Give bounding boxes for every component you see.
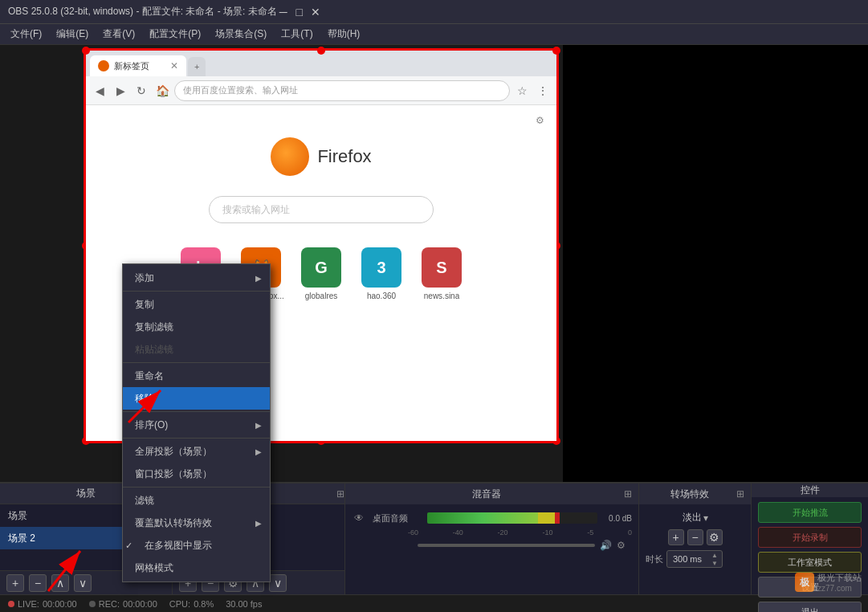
ctx-paste-filter-label: 粘贴滤镜 bbox=[135, 343, 173, 357]
firefox-icon bbox=[271, 137, 309, 176]
menu-scene-collection[interactable]: 场景集合(S) bbox=[209, 26, 273, 43]
cpu-value: 0.8% bbox=[194, 599, 214, 609]
maximize-button[interactable]: □ bbox=[293, 6, 306, 18]
level-bar-red bbox=[555, 512, 560, 524]
sources-dock-btn[interactable]: ⊞ bbox=[336, 488, 344, 500]
menu-help[interactable]: 帮助(H) bbox=[321, 26, 367, 43]
preview-area: 新标签页 ✕ + ◀ ▶ ↻ 🏠 使用百度位置搜索、输入网址 ☆ ⋮ ⚙ bbox=[0, 45, 563, 482]
forward-button[interactable]: ▶ bbox=[112, 82, 129, 100]
menu-profile[interactable]: 配置文件(P) bbox=[143, 26, 207, 43]
close-button[interactable]: ✕ bbox=[309, 6, 322, 18]
quit-btn[interactable]: 退出 bbox=[758, 602, 862, 612]
transition-remove-btn[interactable]: − bbox=[687, 529, 703, 545]
reload-button[interactable]: ↻ bbox=[132, 82, 150, 100]
resize-handle-tl[interactable] bbox=[82, 47, 90, 55]
ctx-override-transition-label: 覆盖默认转场待效 bbox=[135, 516, 212, 530]
mixer-settings-icon[interactable]: ⚙ bbox=[617, 540, 626, 551]
ctx-filter[interactable]: 滤镜 bbox=[123, 489, 270, 512]
tab-close[interactable]: ✕ bbox=[170, 60, 178, 71]
tab-label: 新标签页 bbox=[114, 60, 149, 72]
start-record-btn[interactable]: 开始录制 bbox=[758, 527, 862, 548]
browser-toolbar: ◀ ▶ ↻ 🏠 使用百度位置搜索、输入网址 ☆ ⋮ bbox=[86, 76, 556, 105]
volume-slider[interactable] bbox=[418, 544, 595, 547]
ctx-fullscreen-proj[interactable]: 全屏投影（场景） ▶ bbox=[123, 440, 270, 463]
ctx-order-label: 排序(O) bbox=[135, 418, 168, 432]
status-fps: 30.00 fps bbox=[226, 599, 262, 609]
rec-label: REC: bbox=[99, 599, 120, 609]
menu-edit[interactable]: 编辑(E) bbox=[50, 26, 95, 43]
ctx-paste-filter: 粘贴滤镜 bbox=[123, 338, 270, 361]
duration-down-btn[interactable]: ▼ bbox=[707, 559, 722, 567]
mixer-dock-btn[interactable]: ⊞ bbox=[624, 488, 632, 500]
ctx-copy-label: 复制 bbox=[135, 298, 154, 312]
studio-mode-btn[interactable]: 工作室模式 bbox=[758, 552, 862, 573]
quit-label: 退出 bbox=[801, 606, 819, 613]
shortcut-icon-sina: S bbox=[422, 247, 462, 288]
track-visibility-icon[interactable]: 👁 bbox=[352, 511, 366, 525]
ctx-copy[interactable]: 复制 bbox=[123, 293, 270, 316]
firefox-label: Firefox bbox=[317, 146, 371, 167]
back-button[interactable]: ◀ bbox=[91, 82, 108, 100]
ctx-sep-5 bbox=[123, 487, 270, 488]
menu-tools[interactable]: 工具(T) bbox=[275, 26, 319, 43]
duration-up-btn[interactable]: ▲ bbox=[707, 551, 722, 559]
resize-handle-tm[interactable] bbox=[317, 47, 325, 55]
scene-add-btn[interactable]: + bbox=[6, 574, 24, 592]
menu-file[interactable]: 文件(F) bbox=[4, 26, 48, 43]
ctx-window-proj[interactable]: 窗口投影（场景） bbox=[123, 463, 270, 485]
ctx-fullscreen-proj-label: 全屏投影（场景） bbox=[135, 445, 212, 459]
shortcut-icon-global: G bbox=[301, 247, 341, 288]
address-bar[interactable]: 使用百度位置搜索、输入网址 bbox=[174, 80, 510, 101]
minimize-button[interactable]: ─ bbox=[277, 6, 290, 18]
tab-favicon bbox=[98, 60, 109, 71]
mute-icon[interactable]: 🔊 bbox=[600, 540, 612, 551]
mark-5: -5 bbox=[587, 528, 593, 537]
status-rec: REC: 00:00:00 bbox=[89, 599, 157, 609]
scene-remove-btn[interactable]: − bbox=[29, 574, 47, 592]
ctx-copy-filter[interactable]: 复制滤镜 bbox=[123, 316, 270, 338]
db-value: 0.0 dB bbox=[604, 514, 632, 523]
ctx-add[interactable]: 添加 ▶ bbox=[123, 267, 270, 289]
scene-up-btn[interactable]: ∧ bbox=[51, 574, 69, 592]
menu-btn[interactable]: ⋮ bbox=[534, 82, 552, 100]
ctx-grid-mode[interactable]: 网格模式 bbox=[123, 557, 270, 579]
browser-search[interactable]: 搜索或输入网址 bbox=[209, 196, 434, 223]
shortcut-360[interactable]: 3 hao.360 bbox=[357, 247, 405, 300]
bookmark-btn[interactable]: ☆ bbox=[513, 82, 531, 100]
shortcut-sina[interactable]: S news.sina bbox=[418, 247, 466, 300]
browser-active-tab[interactable]: 新标签页 ✕ bbox=[90, 55, 186, 76]
new-tab-btn[interactable]: + bbox=[188, 57, 206, 76]
menu-view[interactable]: 查看(V) bbox=[96, 26, 141, 43]
transition-dropdown-arrow: ▾ bbox=[703, 512, 708, 524]
transitions-dock-btn[interactable]: ⊞ bbox=[736, 488, 744, 500]
shortcut-label-sina: news.sina bbox=[424, 292, 459, 300]
ctx-rename[interactable]: 重命名 bbox=[123, 365, 270, 387]
ctx-window-proj-label: 窗口投影（场景） bbox=[135, 467, 212, 481]
shortcut-global[interactable]: G globalres bbox=[297, 247, 345, 300]
home-button[interactable]: 🏠 bbox=[153, 82, 171, 100]
start-stream-btn[interactable]: 开始推流 bbox=[758, 502, 862, 523]
mark-60: -60 bbox=[408, 528, 418, 537]
start-record-label: 开始录制 bbox=[793, 532, 828, 544]
address-placeholder: 使用百度位置搜索、输入网址 bbox=[183, 84, 298, 96]
transition-settings-btn[interactable]: ⚙ bbox=[707, 529, 723, 545]
ctx-remove[interactable]: 移除 bbox=[123, 387, 270, 410]
duration-input[interactable] bbox=[667, 551, 707, 567]
watermark-text1: 极光下载站 bbox=[817, 572, 862, 584]
right-black-area bbox=[563, 45, 868, 482]
statusbar: LIVE: 00:00:00 REC: 00:00:00 CPU: 0.8% 3… bbox=[0, 594, 868, 612]
settings-gear[interactable]: ⚙ bbox=[531, 112, 548, 129]
level-bar-yellow bbox=[538, 512, 555, 524]
status-cpu: CPU: 0.8% bbox=[169, 599, 214, 609]
transition-dropdown[interactable]: 淡出 ▾ bbox=[646, 511, 744, 524]
ctx-multiview[interactable]: ✓ 在多视图中显示 bbox=[123, 534, 270, 557]
source-down-btn[interactable]: ∨ bbox=[269, 574, 287, 592]
scene-down-btn[interactable]: ∨ bbox=[74, 574, 92, 592]
resize-handle-tr[interactable] bbox=[552, 47, 560, 55]
ctx-sep-2 bbox=[123, 362, 270, 363]
transition-add-btn[interactable]: + bbox=[668, 529, 684, 545]
ctx-order[interactable]: 排序(O) ▶ bbox=[123, 414, 270, 436]
ctx-override-transition[interactable]: 覆盖默认转场待效 ▶ bbox=[123, 512, 270, 534]
ctx-grid-label: 网格模式 bbox=[135, 561, 173, 575]
mixer-title: 混音器 bbox=[352, 488, 621, 501]
